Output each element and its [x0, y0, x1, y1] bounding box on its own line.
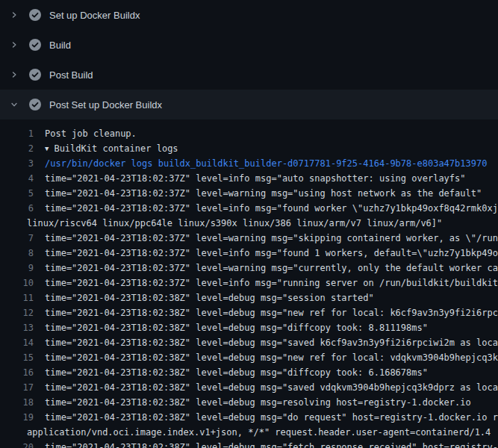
log-lines: 1 Post job cleanup. 2 ▼ BuildKit contain… — [0, 126, 498, 448]
log-line: 4 time="2021-04-23T18:02:37Z" level=info… — [0, 171, 498, 186]
log-line-text: time="2021-04-23T18:02:37Z" level=info m… — [45, 276, 498, 290]
log-line: 16 time="2021-04-23T18:02:38Z" level=deb… — [0, 365, 498, 380]
log-line: 17 time="2021-04-23T18:02:38Z" level=deb… — [0, 380, 498, 395]
check-circle-icon — [29, 99, 41, 111]
log-line-number[interactable]: 19 — [0, 410, 34, 425]
log-line-text: time="2021-04-23T18:02:37Z" level=info m… — [45, 246, 498, 261]
log-line: 5 time="2021-04-23T18:02:37Z" level=warn… — [0, 186, 498, 201]
log-line-text: application/vnd.oci.image.index.v1+json,… — [27, 425, 491, 440]
log-line-text: time="2021-04-23T18:02:37Z" level=warnin… — [45, 231, 498, 246]
check-circle-icon — [29, 69, 41, 81]
chevron-icon[interactable] — [9, 10, 19, 20]
log-line-text: time="2021-04-23T18:02:38Z" level=debug … — [45, 365, 428, 380]
step-header[interactable]: Post Set up Docker Buildx — [0, 90, 498, 119]
log-line-text: /usr/bin/docker logs buildx_buildkit_bui… — [45, 156, 487, 171]
log-line: 1 Post job cleanup. — [0, 126, 498, 141]
chevron-icon[interactable] — [9, 40, 19, 50]
log-line-text: time="2021-04-23T18:02:37Z" level=info m… — [45, 171, 466, 186]
log-line: 20 time="2021-04-23T18:02:38Z" level=deb… — [0, 440, 498, 448]
log-line-number[interactable]: 10 — [0, 276, 34, 290]
log-line: 18 time="2021-04-23T18:02:38Z" level=deb… — [0, 395, 498, 410]
log-line: 7 time="2021-04-23T18:02:37Z" level=warn… — [0, 231, 498, 246]
step-title: Post Set up Docker Buildx — [49, 99, 162, 111]
log-line-number[interactable]: 12 — [0, 305, 34, 320]
log-line-text: time="2021-04-23T18:02:38Z" level=debug … — [45, 320, 428, 335]
log-line: 3 /usr/bin/docker logs buildx_buildkit_b… — [0, 156, 498, 171]
log-line: 9 time="2021-04-23T18:02:37Z" level=warn… — [0, 261, 498, 276]
check-circle-icon — [29, 9, 41, 21]
log-line: 2 ▼ BuildKit container logs — [0, 141, 498, 156]
log-line-number[interactable]: 7 — [0, 231, 34, 246]
log-line-number[interactable]: 15 — [0, 350, 34, 365]
log-line-text: time="2021-04-23T18:02:38Z" level=debug … — [45, 350, 498, 365]
log-line-text: time="2021-04-23T18:02:38Z" level=debug … — [45, 335, 498, 350]
log-line-text: time="2021-04-23T18:02:37Z" level=info m… — [45, 201, 498, 216]
step-list: Set up Docker Buildx Build P — [0, 0, 498, 119]
step-header[interactable]: Post Build — [0, 60, 498, 90]
log-line-number[interactable]: 11 — [0, 290, 34, 305]
log-line-number[interactable]: 6 — [0, 201, 34, 216]
log-line-text: time="2021-04-23T18:02:38Z" level=debug … — [45, 395, 471, 410]
step-header[interactable]: Build — [0, 30, 498, 60]
step-title: Set up Docker Buildx — [49, 10, 140, 21]
log-area: 1 Post job cleanup. 2 ▼ BuildKit contain… — [0, 119, 498, 448]
log-line-text: Post job cleanup. — [45, 126, 137, 141]
check-circle-icon — [29, 39, 41, 51]
log-line: 10 time="2021-04-23T18:02:37Z" level=inf… — [0, 276, 498, 290]
log-line-number[interactable]: 3 — [0, 156, 34, 171]
log-line-text: time="2021-04-23T18:02:38Z" level=debug … — [45, 305, 498, 320]
workflow-log-viewer: Set up Docker Buildx Build P — [0, 0, 498, 448]
log-line-number[interactable]: 16 — [0, 365, 34, 380]
log-line: linux/riscv64 linux/ppc64le linux/s390x … — [0, 216, 498, 231]
log-line-text: time="2021-04-23T18:02:37Z" level=warnin… — [45, 261, 498, 276]
log-line: 14 time="2021-04-23T18:02:38Z" level=deb… — [0, 335, 498, 350]
log-line-number[interactable]: 2 — [0, 141, 34, 156]
log-line-text: time="2021-04-23T18:02:38Z" level=debug … — [45, 410, 498, 425]
log-line-number[interactable]: 8 — [0, 246, 34, 261]
log-line-number[interactable]: 9 — [0, 261, 34, 276]
chevron-icon[interactable] — [9, 69, 19, 80]
log-line-number[interactable]: 5 — [0, 186, 34, 201]
log-line-number[interactable]: 1 — [0, 126, 34, 141]
log-line-number[interactable]: 4 — [0, 171, 34, 186]
chevron-icon[interactable] — [9, 99, 19, 110]
log-line-text: linux/riscv64 linux/ppc64le linux/s390x … — [27, 216, 442, 231]
group-toggle-icon[interactable]: ▼ — [45, 141, 49, 156]
step-title: Build — [49, 40, 71, 51]
log-line-text: time="2021-04-23T18:02:38Z" level=debug … — [45, 380, 498, 395]
log-line-number[interactable]: 13 — [0, 320, 34, 335]
step-header[interactable]: Set up Docker Buildx — [0, 0, 498, 30]
log-line: 11 time="2021-04-23T18:02:38Z" level=deb… — [0, 290, 498, 305]
log-line-number[interactable]: 18 — [0, 395, 34, 410]
log-line: 13 time="2021-04-23T18:02:38Z" level=deb… — [0, 320, 498, 335]
log-line-text: time="2021-04-23T18:02:37Z" level=warnin… — [45, 186, 482, 201]
log-line-number[interactable]: 20 — [0, 440, 34, 448]
log-line-text: time="2021-04-23T18:02:38Z" level=debug … — [45, 440, 498, 448]
log-line-number[interactable]: 14 — [0, 335, 34, 350]
log-line: 15 time="2021-04-23T18:02:38Z" level=deb… — [0, 350, 498, 365]
log-line-number[interactable]: 17 — [0, 380, 34, 395]
step-title: Post Build — [49, 69, 93, 81]
log-line: 6 time="2021-04-23T18:02:37Z" level=info… — [0, 201, 498, 216]
log-line: application/vnd.oci.image.index.v1+json,… — [0, 425, 498, 440]
log-line: 12 time="2021-04-23T18:02:38Z" level=deb… — [0, 305, 498, 320]
log-line: 8 time="2021-04-23T18:02:37Z" level=info… — [0, 246, 498, 261]
log-line-text[interactable]: BuildKit container logs — [54, 141, 178, 156]
log-line: 19 time="2021-04-23T18:02:38Z" level=deb… — [0, 410, 498, 425]
log-line-text: time="2021-04-23T18:02:38Z" level=debug … — [45, 290, 374, 305]
